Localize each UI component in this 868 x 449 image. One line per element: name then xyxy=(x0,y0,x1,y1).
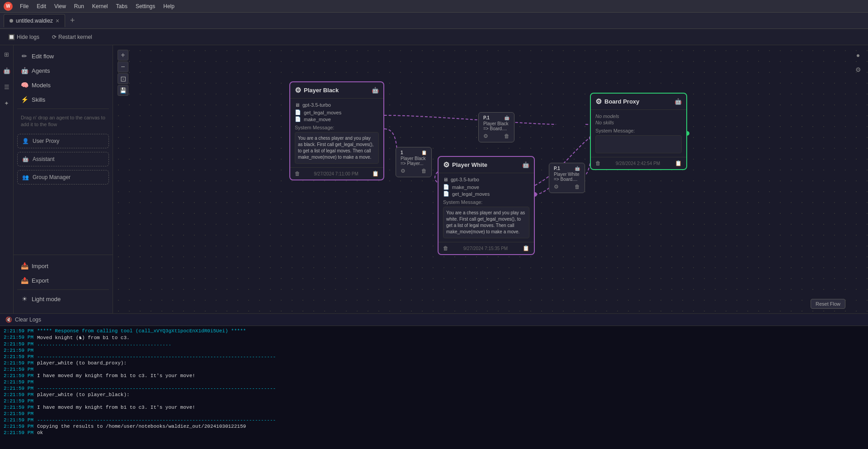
conn-label-1-header: 1 📋 xyxy=(401,150,427,155)
player-white-sysm-text[interactable]: You are a chess player and you play as w… xyxy=(443,207,529,238)
user-proxy-label: User Proxy xyxy=(33,138,59,144)
player-white-copy-icon[interactable]: 📋 xyxy=(523,245,529,251)
log-timestamp: 2:21:59 PM xyxy=(0,348,37,353)
middle-section: ⊞ 🤖 ☰ ✦ ✏ Edit flow 🤖 Agents 🧠 Models ⚡ … xyxy=(0,45,868,313)
left-icon-4[interactable]: ✦ xyxy=(1,98,12,109)
node-board-proxy[interactable]: ⚙ Board Proxy 🤖 No models No skills Syst… xyxy=(590,93,687,170)
conn-label-1-text: Player Black=> Player... xyxy=(401,156,427,166)
board-proxy-no-models: No models xyxy=(595,113,682,119)
player-white-agent-icon: ⚙ xyxy=(443,161,449,169)
conn-label-3-gear-icon[interactable]: ⚙ xyxy=(554,184,559,190)
log-content[interactable]: 2:21:59 PM***** Response from calling to… xyxy=(0,326,868,449)
sidebar-item-skills[interactable]: ⚡ Skills xyxy=(14,92,113,107)
tab-untitled[interactable]: untitled.waldiez × xyxy=(4,14,65,27)
log-timestamp: 2:21:59 PM xyxy=(0,360,37,366)
sidebar-item-edit-flow[interactable]: ✏ Edit flow xyxy=(14,49,113,63)
zoom-out-button[interactable]: − xyxy=(118,61,128,72)
player-white-trash-icon[interactable]: 🗑 xyxy=(443,245,448,251)
conn-label-3[interactable]: P.1 🤖 Player White=> Board.... ⚙ 🗑 xyxy=(549,163,585,193)
models-label: Models xyxy=(32,82,51,89)
board-proxy-sysm-label: System Message: xyxy=(595,128,682,133)
sidebar-item-agents[interactable]: 🤖 Agents xyxy=(14,63,113,78)
conn-label-2[interactable]: P.1 🤖 Player Black=> Board.... ⚙ 🗑 xyxy=(478,112,514,142)
log-timestamp: 2:21:59 PM xyxy=(0,341,37,347)
hide-logs-button[interactable]: 🔲 Hide logs xyxy=(5,33,42,41)
hide-logs-icon: 🔲 xyxy=(8,34,15,40)
log-message: I have moved my knight from b1 to c3. It… xyxy=(37,405,868,410)
player-black-copy-icon[interactable]: 📋 xyxy=(372,170,379,177)
menu-file[interactable]: File xyxy=(16,2,32,10)
edit-icon: ✏ xyxy=(21,52,28,60)
left-icon-1[interactable]: ⊞ xyxy=(1,49,12,60)
zoom-in-button[interactable]: + xyxy=(118,50,128,61)
clear-logs-icon: 🔇 xyxy=(5,317,12,323)
player-black-sysm-text[interactable]: You are a chess player and you play as b… xyxy=(295,132,379,164)
skill-icon-2: 📄 xyxy=(295,116,301,122)
board-proxy-settings-icon[interactable]: 🤖 xyxy=(675,98,682,105)
conn-label-1[interactable]: 1 📋 Player Black=> Player... ⚙ 🗑 xyxy=(396,147,432,177)
left-icon-3[interactable]: ☰ xyxy=(1,81,12,92)
conn-label-3-trash-icon[interactable]: 🗑 xyxy=(575,184,580,190)
player-black-trash-icon[interactable]: 🗑 xyxy=(295,170,300,177)
menu-view[interactable]: View xyxy=(51,2,70,10)
reset-flow-button[interactable]: Reset Flow xyxy=(811,299,845,309)
log-row: 2:21:59 PMCopying the results to /home/u… xyxy=(0,423,868,430)
menu-kernel[interactable]: Kernel xyxy=(89,2,112,10)
canvas-icon-2[interactable]: ⚙ xyxy=(852,63,864,76)
clear-logs-button[interactable]: Clear Logs xyxy=(15,317,41,323)
conn-label-1-copy-icon[interactable]: 📋 xyxy=(421,150,427,155)
agent-card-assistant[interactable]: 🤖 Assistant xyxy=(17,152,109,166)
pw-skill-icon-2: 📄 xyxy=(443,191,449,197)
conn-label-2-gear-icon[interactable]: ⚙ xyxy=(483,133,488,139)
full-layout: ⊞ 🤖 ☰ ✦ ✏ Edit flow 🤖 Agents 🧠 Models ⚡ … xyxy=(0,45,868,449)
menu-settings[interactable]: Settings xyxy=(132,2,159,10)
tab-close-icon[interactable]: × xyxy=(56,17,59,24)
log-row: 2:21:59 PM------------------------------… xyxy=(0,385,868,392)
player-black-title: Player Black xyxy=(304,87,339,94)
menu-edit[interactable]: Edit xyxy=(33,2,50,10)
node-player-black[interactable]: ⚙ Player Black 🤖 🖥 gpt-3.5-turbo 📄 get_l… xyxy=(289,81,384,180)
menu-run[interactable]: Run xyxy=(71,2,88,10)
sidebar-item-light-mode[interactable]: ☀ Light mode xyxy=(14,292,113,306)
log-timestamp: 2:21:59 PM xyxy=(0,367,37,372)
pw-model-icon: 🖥 xyxy=(443,177,448,182)
board-proxy-trash-icon[interactable]: 🗑 xyxy=(595,160,601,166)
menu-tabs[interactable]: Tabs xyxy=(113,2,131,10)
player-black-header: ⚙ Player Black 🤖 xyxy=(290,82,383,99)
skills-icon: ⚡ xyxy=(21,96,28,103)
zoom-fit-button[interactable]: ⊡ xyxy=(118,73,128,84)
conn-label-1-footer: ⚙ 🗑 xyxy=(401,168,427,174)
app-icon: W xyxy=(4,2,13,11)
restart-kernel-button[interactable]: ⟳ Restart kernel xyxy=(49,33,95,41)
canvas-icon-1[interactable]: ● xyxy=(852,49,864,61)
conn-label-1-gear-icon[interactable]: ⚙ xyxy=(401,168,406,174)
conn-label-2-trash-icon[interactable]: 🗑 xyxy=(504,133,509,139)
left-icon-2[interactable]: 🤖 xyxy=(1,65,12,76)
sidebar-item-export[interactable]: 📤 Export xyxy=(14,273,113,288)
tab-label: untitled.waldiez xyxy=(16,18,53,24)
agent-card-user-proxy[interactable]: 👤 User Proxy xyxy=(17,134,109,148)
hide-logs-label: Hide logs xyxy=(17,34,39,40)
sidebar-item-import[interactable]: 📥 Import xyxy=(14,259,113,273)
player-white-settings-icon[interactable]: 🤖 xyxy=(522,161,529,168)
import-label: Import xyxy=(32,263,48,269)
player-white-header: ⚙ Player White 🤖 xyxy=(439,157,534,173)
zoom-save-button[interactable]: 💾 xyxy=(118,85,128,96)
conn-label-1-trash-icon[interactable]: 🗑 xyxy=(421,168,427,174)
node-player-white[interactable]: ⚙ Player White 🤖 🖥 gpt-3.5-turbo 📄 make_… xyxy=(438,156,535,255)
canvas-area[interactable]: + − ⊡ 💾 ⚙ Player Black 🤖 🖥 gpt-3.5-turbo xyxy=(113,45,868,313)
player-black-settings-icon[interactable]: 🤖 xyxy=(372,87,379,94)
log-timestamp: 2:21:59 PM xyxy=(0,411,37,416)
sidebar-item-models[interactable]: 🧠 Models xyxy=(14,78,113,92)
menu-help[interactable]: Help xyxy=(160,2,178,10)
log-timestamp: 2:21:59 PM xyxy=(0,386,37,391)
user-proxy-icon: 👤 xyxy=(22,138,29,144)
agent-card-group-manager[interactable]: 👥 Group Manager xyxy=(17,170,109,184)
tab-add-button[interactable]: + xyxy=(67,15,78,26)
log-message: ok xyxy=(37,430,868,435)
board-proxy-sysm-text[interactable] xyxy=(595,135,682,153)
player-black-agent-icon: ⚙ xyxy=(295,86,301,95)
player-black-timestamp: 9/27/2024 7:11:00 PM xyxy=(314,171,358,176)
player-black-model-name: gpt-3.5-turbo xyxy=(302,102,331,108)
board-proxy-copy-icon[interactable]: 📋 xyxy=(675,160,682,166)
